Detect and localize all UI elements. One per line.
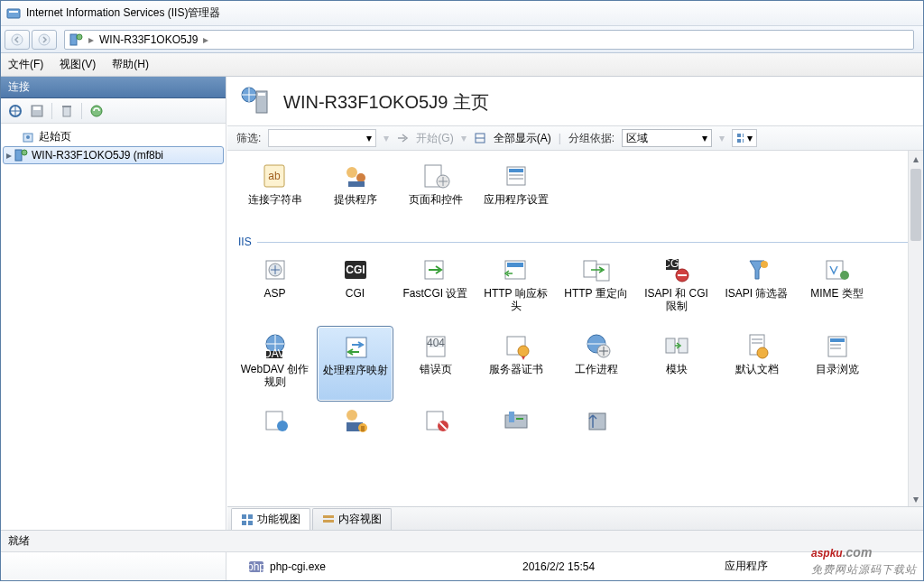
isapi-filters-icon: [740, 254, 774, 286]
svg-rect-84: [248, 514, 253, 519]
feature-partial-2[interactable]: [317, 402, 393, 438]
feature-label: 工作进程: [573, 364, 620, 376]
svg-rect-22: [737, 139, 741, 143]
menu-help[interactable]: 帮助(H): [112, 57, 149, 72]
php-file-icon: php: [248, 559, 264, 575]
refresh-icon[interactable]: [88, 102, 106, 120]
breadcrumb-server[interactable]: WIN-R33F1OKO5J9: [99, 33, 198, 46]
svg-point-59: [518, 346, 529, 356]
connect-icon[interactable]: [6, 102, 24, 120]
svg-rect-83: [242, 514, 246, 519]
svg-rect-77: [361, 426, 365, 431]
svg-point-13: [26, 135, 30, 139]
filter-showall[interactable]: 全部显示(A): [494, 131, 551, 146]
feature-fastcgi[interactable]: FastCGI 设置: [397, 250, 474, 326]
nav-forward-button[interactable]: [32, 30, 57, 50]
feature-modules[interactable]: 模块: [638, 326, 715, 402]
svg-rect-23: [743, 139, 744, 143]
error-pages-icon: 404: [419, 329, 453, 362]
svg-rect-88: [323, 520, 334, 523]
feature-partial-3[interactable]: [397, 402, 474, 438]
feature-label: 处理程序映射: [321, 365, 390, 377]
scroll-thumb[interactable]: [910, 169, 921, 241]
tab-label: 内容视图: [338, 512, 382, 527]
groupby-value: 区域: [626, 131, 648, 146]
feature-mime-types[interactable]: MIME 类型: [799, 250, 875, 326]
features-view-icon: [241, 514, 254, 526]
server-icon: [14, 148, 28, 162]
feature-row-iis1: ASP CGICGI FastCGI 设置 HTTP 响应标头 HTTP 重定向…: [236, 250, 914, 326]
svg-text:CGI: CGI: [662, 257, 681, 270]
filter-input[interactable]: ▾: [268, 129, 376, 147]
feature-label: 默认文档: [734, 364, 781, 376]
feature-directory-browsing[interactable]: 目录浏览: [799, 326, 875, 402]
svg-point-27: [356, 173, 365, 182]
menu-view[interactable]: 视图(V): [60, 57, 96, 72]
breadcrumb[interactable]: ▸ WIN-R33F1OKO5J9 ▸: [64, 30, 914, 50]
svg-rect-54: [346, 338, 366, 357]
feature-asp[interactable]: ASP: [236, 250, 313, 326]
nav-back-button[interactable]: [5, 30, 30, 50]
feature-partial-5[interactable]: [558, 402, 634, 438]
feature-label: FastCGI 设置: [401, 288, 469, 301]
groupby-select[interactable]: 区域▾: [622, 129, 712, 147]
feature-connection-strings[interactable]: ab 连接字符串: [236, 156, 313, 232]
chevron-down-icon: ▾: [366, 132, 372, 144]
svg-rect-28: [348, 181, 365, 187]
file-item[interactable]: php php-cgi.exe: [248, 559, 501, 575]
feature-http-response-headers[interactable]: HTTP 响应标头: [477, 250, 554, 326]
app-settings-icon: [499, 160, 533, 192]
delete-icon[interactable]: [58, 102, 76, 120]
feature-pages-controls[interactable]: 页面和控件: [397, 156, 474, 232]
save-icon[interactable]: [28, 102, 46, 120]
svg-rect-87: [323, 515, 334, 518]
feature-http-redirect[interactable]: HTTP 重定向: [558, 250, 634, 326]
feature-partial-4[interactable]: [477, 402, 554, 438]
feature-cgi[interactable]: CGICGI: [317, 250, 393, 326]
breadcrumb-sep2: ▸: [203, 33, 208, 46]
file-name: php-cgi.exe: [270, 560, 326, 573]
content-view-tab[interactable]: 内容视图: [312, 508, 392, 530]
feature-worker-processes[interactable]: 工作进程: [558, 326, 634, 402]
svg-rect-69: [830, 338, 845, 342]
group-iis: IIS: [236, 232, 914, 250]
feature-label: 模块: [664, 364, 689, 376]
feature-providers[interactable]: 提供程序: [317, 156, 393, 232]
svg-text:404: 404: [426, 337, 444, 349]
view-tabs: 功能视图 内容视图: [227, 506, 923, 530]
feature-label: 服务器证书: [487, 364, 545, 376]
separator2: ▾: [461, 132, 467, 144]
svg-rect-41: [507, 263, 523, 267]
svg-rect-21: [743, 134, 744, 137]
feature-server-certificates[interactable]: 服务器证书: [477, 326, 554, 402]
scrollbar-vertical[interactable]: ▴ ▾: [908, 151, 923, 506]
expand-icon[interactable]: ▸: [6, 149, 10, 162]
feature-default-document[interactable]: 默认文档: [718, 326, 795, 402]
feature-partial-1[interactable]: [236, 402, 313, 438]
scroll-up-icon[interactable]: ▴: [909, 151, 923, 166]
feature-isapi-filters[interactable]: ISAPI 筛选器: [718, 250, 795, 326]
features-view-tab[interactable]: 功能视图: [231, 508, 310, 530]
statusbar: 就绪: [1, 530, 923, 551]
tree-server-node[interactable]: ▸ WIN-R33F1OKO5J9 (mf8bi: [3, 146, 224, 164]
tree-item-label: WIN-R33F1OKO5J9 (mf8bi: [32, 149, 163, 162]
menu-file[interactable]: 文件(F): [8, 57, 43, 72]
feature-webdav[interactable]: DAVWebDAV 创作规则: [236, 326, 313, 402]
feature-handler-mappings[interactable]: 处理程序映射: [317, 326, 393, 402]
page-title-row: WIN-R33F1OKO5J9 主页: [227, 77, 923, 125]
feature-label: ISAPI 和 CGI 限制: [638, 288, 715, 313]
svg-rect-81: [509, 412, 514, 422]
feature-label: ASP: [262, 288, 287, 301]
filter-go[interactable]: 开始(G): [416, 131, 453, 146]
feature-app-settings[interactable]: 应用程序设置: [477, 156, 554, 232]
view-mode-select[interactable]: ▾: [732, 129, 757, 147]
feature-isapi-cgi-restrictions[interactable]: CGIISAPI 和 CGI 限制: [638, 250, 715, 326]
tree-start-page[interactable]: 起始页: [3, 127, 224, 146]
group-label-text: IIS: [238, 236, 252, 248]
mime-icon: [820, 254, 855, 286]
iis-manager-window: Internet Information Services (IIS)管理器 ▸…: [0, 0, 924, 581]
feature-error-pages[interactable]: 404错误页: [397, 326, 474, 402]
svg-text:ab: ab: [268, 170, 281, 182]
scroll-down-icon[interactable]: ▾: [909, 491, 923, 506]
feature-label: 连接字符串: [246, 194, 304, 207]
